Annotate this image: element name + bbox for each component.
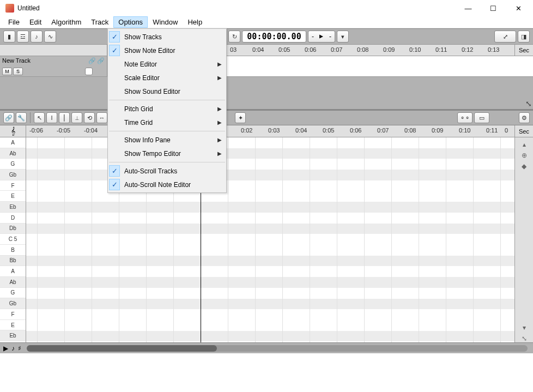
- pitch-label[interactable]: A: [0, 266, 26, 277]
- dropdown-button[interactable]: ▾: [337, 31, 349, 43]
- pitch-label[interactable]: Ab: [0, 148, 26, 159]
- menu-item-pitch-grid[interactable]: Pitch Grid▶: [108, 102, 226, 116]
- measure-tool[interactable]: ⟂: [71, 112, 82, 123]
- empty-track-area[interactable]: ⤡: [0, 77, 533, 110]
- pitch-label[interactable]: Ab: [0, 277, 26, 288]
- pitch-label[interactable]: Db: [0, 224, 26, 234]
- refresh-button[interactable]: ↻: [228, 31, 240, 43]
- pitch-label[interactable]: F: [0, 309, 26, 320]
- track-timeline-ruler[interactable]: 03 0:04 0:05 0:06 0:07 0:08 0:09 0:10 0:…: [0, 44, 533, 56]
- play-icon[interactable]: ▶: [3, 345, 8, 352]
- menu-window[interactable]: Window: [148, 16, 183, 28]
- menu-item-scale-editor[interactable]: Scale Editor▶: [108, 71, 226, 85]
- pitch-label[interactable]: Gb: [0, 298, 26, 309]
- note-ruler-unit-label[interactable]: Sec: [514, 125, 533, 137]
- menu-item-show-tempo-editor[interactable]: Show Tempo Editor▶: [108, 147, 226, 160]
- ibeam-tool[interactable]: I: [46, 112, 57, 123]
- menu-item-label: Scale Editor: [124, 74, 160, 82]
- track-checkbox[interactable]: [85, 68, 93, 75]
- note-ruler-ticks[interactable]: -0:06 -0:05 -0:04 0:02 0:03 0:04 0:05 0:…: [26, 125, 514, 137]
- pitch-label[interactable]: D: [0, 213, 26, 224]
- play-icon[interactable]: ▲: [318, 33, 325, 40]
- minimize-button[interactable]: —: [456, 0, 481, 16]
- loop-tool[interactable]: ⟲: [84, 112, 95, 123]
- maximize-button[interactable]: ☐: [481, 0, 506, 16]
- check-icon: ✓: [109, 165, 120, 177]
- menu-options[interactable]: Options: [113, 16, 148, 28]
- grid-vline: [228, 137, 228, 342]
- pitch-label[interactable]: G: [0, 288, 26, 299]
- menu-item-label: Show Info Pane: [124, 136, 171, 144]
- tool-notes-icon[interactable]: ♪: [31, 31, 43, 43]
- ruler-tick: 0:12: [462, 46, 473, 53]
- tool-layout-icon[interactable]: ▮: [3, 31, 15, 43]
- solo-button[interactable]: S: [13, 68, 23, 75]
- zoom-icon[interactable]: ⊕: [522, 152, 527, 159]
- menu-item-show-sound-editor[interactable]: Show Sound Editor: [108, 85, 226, 98]
- settings-icon[interactable]: ⚙: [519, 112, 530, 123]
- split-tool[interactable]: ⎮: [59, 112, 70, 123]
- scrollbar-thumb[interactable]: [27, 345, 217, 352]
- ruler-unit-label[interactable]: Sec: [514, 45, 533, 56]
- menu-item-auto-scroll-note-editor[interactable]: ✓Auto-Scroll Note Editor: [108, 178, 226, 191]
- resize-corner-icon[interactable]: ⤡: [525, 99, 532, 108]
- menu-item-label: Show Note Editor: [124, 47, 175, 55]
- track-row[interactable]: New Track 🔗 🔗 M S: [0, 56, 533, 77]
- view-toggle[interactable]: ▭: [474, 112, 489, 123]
- pitch-label[interactable]: B: [0, 245, 26, 256]
- pitch-label[interactable]: Eb: [0, 330, 26, 341]
- panel-toggle-icon[interactable]: ◨: [518, 31, 530, 43]
- transport-panel[interactable]: - ▲ -: [308, 31, 335, 43]
- menu-item-auto-scroll-tracks[interactable]: ✓Auto-Scroll Tracks: [108, 164, 226, 178]
- pitch-label[interactable]: E: [0, 191, 26, 202]
- menu-track[interactable]: Track: [86, 16, 113, 28]
- pitch-column[interactable]: AAbGGbFEEbDDbC 5BBbAAbGGbFEEb: [0, 137, 26, 342]
- pitch-label[interactable]: A: [0, 137, 26, 148]
- menu-algorithm[interactable]: Algorithm: [46, 16, 86, 28]
- menu-file[interactable]: File: [3, 16, 25, 28]
- track-header[interactable]: New Track 🔗 🔗 M S: [0, 56, 107, 76]
- link-icon[interactable]: 🔗: [3, 112, 14, 123]
- menu-item-show-tracks[interactable]: ✓Show Tracks: [108, 30, 226, 44]
- pointer-tool[interactable]: ↖: [34, 112, 45, 123]
- marker-icon[interactable]: ◆: [522, 162, 526, 170]
- move-tool[interactable]: ↔: [96, 112, 107, 123]
- link-toggle[interactable]: ⚬⚬: [457, 112, 473, 123]
- pitch-label[interactable]: Gb: [0, 170, 26, 180]
- menu-item-note-editor[interactable]: Note Editor▶: [108, 57, 226, 71]
- menu-item-show-info-pane[interactable]: Show Info Pane▶: [108, 133, 226, 147]
- pitch-label[interactable]: Eb: [0, 202, 26, 213]
- pitch-label[interactable]: G: [0, 159, 26, 170]
- menu-item-time-grid[interactable]: Time Grid▶: [108, 116, 226, 129]
- pitch-label[interactable]: Bb: [0, 256, 26, 267]
- sharp-icon[interactable]: ♯: [18, 345, 21, 352]
- upper-track-area: ▮ ☲ ♪ ∿ ↻ 00:00:00.00 - ▲ - ▾ ⤢ ◨ 03 0:0…: [0, 28, 533, 110]
- resize-corner-icon[interactable]: ⤡: [522, 335, 527, 342]
- submenu-arrow-icon: ▶: [217, 75, 222, 81]
- marker-button[interactable]: ✦: [235, 112, 246, 123]
- menu-item-show-note-editor[interactable]: ✓Show Note Editor: [108, 44, 226, 57]
- pitch-label[interactable]: F: [0, 180, 26, 191]
- zoom-fit-button[interactable]: ⤢: [494, 31, 516, 43]
- menu-edit[interactable]: Edit: [25, 16, 46, 28]
- note-icon[interactable]: ♪: [11, 345, 15, 352]
- horizontal-scrollbar[interactable]: [27, 345, 528, 352]
- note-editor-toolbar: 🔗 🔧 ↖ I ⎮ ⟂ ⟲ ↔ ✦ ⚬⚬ ▭ ⚙: [0, 110, 533, 125]
- pitch-label[interactable]: C 5: [0, 234, 26, 245]
- mute-button[interactable]: M: [2, 68, 12, 75]
- menu-help[interactable]: Help: [183, 16, 207, 28]
- note-grid[interactable]: [26, 137, 514, 342]
- tool-mixer-icon[interactable]: ☲: [17, 31, 29, 43]
- note-timeline-ruler[interactable]: 𝄞 -0:06 -0:05 -0:04 0:02 0:03 0:04 0:05 …: [0, 125, 533, 137]
- tool-wave-icon[interactable]: ∿: [44, 31, 56, 43]
- submenu-arrow-icon: ▶: [217, 106, 222, 112]
- link-icon[interactable]: 🔗: [97, 57, 105, 64]
- link-icon[interactable]: 🔗: [88, 57, 96, 64]
- scroll-down-icon[interactable]: ▾: [523, 324, 526, 331]
- pitch-label[interactable]: E: [0, 320, 26, 331]
- wrench-icon[interactable]: 🔧: [16, 112, 27, 123]
- piano-roll: AAbGGbFEEbDDbC 5BBbAAbGGbFEEb ▴ ⊕ ◆ ▾ ⤡: [0, 137, 533, 342]
- scroll-up-icon[interactable]: ▴: [523, 141, 526, 148]
- ruler-tick: 0:11: [486, 127, 498, 134]
- close-button[interactable]: ✕: [506, 0, 531, 16]
